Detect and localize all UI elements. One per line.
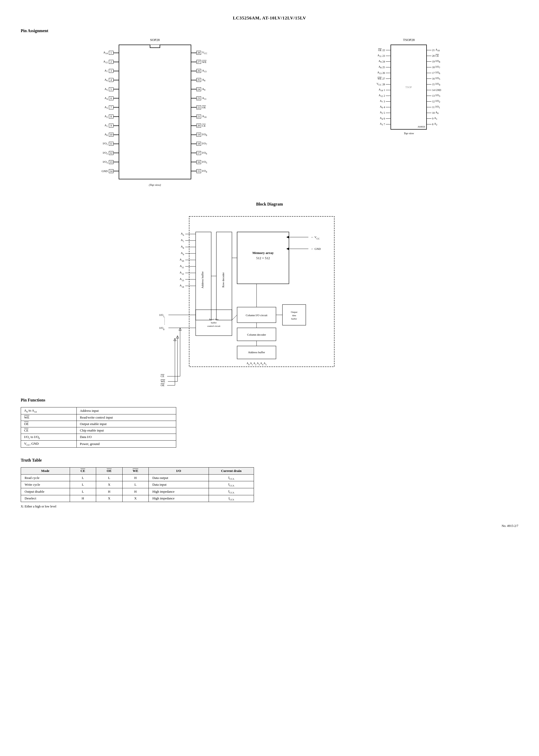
io-outdis: High impedance: [149, 488, 209, 495]
col-io: I/O: [149, 467, 209, 474]
tsop-rpin-14: 14 GND: [427, 87, 441, 93]
svg-text:← GND: ← GND: [311, 247, 321, 250]
we-write: L: [122, 481, 149, 488]
sop-pin-22: 22 OE: [191, 104, 220, 111]
oe-outdis: H: [96, 488, 122, 495]
svg-text:buffer: buffer: [211, 321, 217, 324]
sop-pin-15: 15 I/O4: [191, 167, 220, 175]
svg-text:Row decoder: Row decoder: [222, 272, 225, 287]
pin-func-row-1: A0 to A14 Address input: [21, 408, 176, 415]
svg-text:A7: A7: [181, 238, 184, 243]
svg-text:A6: A6: [181, 232, 184, 236]
tsop-pin-21: 21 A10: [427, 47, 440, 53]
tsop-pin-1: A14 1: [379, 87, 390, 93]
mode-desel: Deselect: [21, 495, 70, 502]
col-current: Current drain: [209, 467, 254, 474]
truth-row-read: Read cycle L L H Data output ICCA: [21, 474, 254, 481]
tsop-pin-6: A4 6: [380, 115, 391, 121]
svg-text:A14: A14: [180, 284, 184, 288]
tsop28-top-view: Top view: [404, 132, 414, 135]
sop-pin-24: 24 A9: [191, 85, 220, 93]
sop-pin-19: 19 I/O8: [191, 131, 220, 139]
sop-pin-18: 18 I/O7: [191, 140, 220, 148]
tsop-rpin-10: 10 A0: [427, 110, 439, 115]
pin-func-pin-6: VCC, GND: [21, 441, 77, 448]
sop-pin-1: A14 1: [93, 49, 119, 57]
sop-pin-16: 16 I/O5: [191, 158, 220, 166]
sop-pin-5: A5 5: [93, 85, 119, 93]
truth-table-footnote: X: Either a high or low level: [21, 504, 518, 508]
truth-row-desel: Deselect H X X High impedance ICCS: [21, 495, 254, 502]
tsop-pin-5: A5 5: [380, 110, 391, 115]
block-diagram-svg: Address buffer Row decoder Memory array …: [158, 211, 381, 388]
pin-func-row-5: I/O1 to I/O8 Data I/O: [21, 434, 176, 441]
sop-pin-10: A0 10: [93, 131, 119, 139]
tsop-rpin-18: 18 I/O7: [427, 64, 440, 70]
pin-func-pin-1: A0 to A14: [21, 408, 77, 415]
tsop-pin-23: A11 23: [378, 53, 391, 58]
truth-row-outdis: Output disable L H H High impedance ICCA: [21, 488, 254, 495]
sop-pin-9: A1 9: [93, 122, 119, 129]
tsop-rpin-8: 8 A2: [427, 121, 437, 127]
sop-pin-17: 17 I/O6: [191, 149, 220, 157]
svg-marker-12: [286, 248, 289, 250]
current-write: ICCA: [209, 481, 254, 488]
tsop-pin-4: A6 4: [380, 104, 391, 110]
sop28-chip-body: [119, 44, 191, 179]
pin-assignment-title: Pin Assignment: [21, 29, 518, 33]
block-diagram-title: Block Diagram: [21, 202, 518, 206]
tsop-pin-24: A9 24: [379, 58, 391, 64]
io-read: Data output: [149, 474, 209, 481]
sop-pin-25: 25 A8: [191, 76, 220, 84]
we-desel: X: [122, 495, 149, 502]
sop28-right-pins: 28 VCC 27 WE 26 A13 25: [191, 44, 220, 179]
svg-text:512 × 512: 512 × 512: [256, 256, 270, 260]
svg-text:OE: OE: [161, 384, 165, 387]
sop-pin-13: I/O3 13: [93, 158, 119, 166]
svg-text:← VCC: ← VCC: [311, 236, 320, 240]
svg-text:Input data: Input data: [209, 318, 218, 321]
tsop28-chip-body: A04926 TSOP: [391, 44, 427, 129]
tsop-rpin-11: 11 I/O1: [427, 104, 440, 110]
truth-row-write: Write cycle L X L Data input ICCA: [21, 481, 254, 488]
oe-read: L: [96, 474, 122, 481]
tsop-rpin-13: 13 I/O3: [427, 93, 440, 99]
mode-read: Read cycle: [21, 474, 70, 481]
pin-functions-col: Pin Functions A0 to A14 Address input WE…: [21, 398, 176, 458]
tsop-pin-25: A8 25: [379, 64, 391, 70]
sop-pin-27: 27 WE: [191, 58, 220, 66]
tsop28-label: TSOP28: [403, 38, 415, 42]
svg-text:data: data: [292, 314, 296, 317]
svg-text:Address buffer: Address buffer: [248, 351, 265, 354]
svg-text:A11: A11: [180, 265, 184, 269]
truth-table-section: Truth Table Mode CE OE WE I/O Current dr…: [21, 458, 518, 508]
tsop-rpin-9: 9 A1: [427, 115, 437, 121]
col-we: WE: [122, 467, 149, 474]
pin-assignment-section: Pin Assignment SOP28 A14 1 A12 2: [21, 29, 518, 186]
svg-marker-9: [286, 236, 289, 238]
svg-text:control circuit: control circuit: [207, 325, 220, 327]
sop28-diagram: SOP28 A14 1 A12 2 A7 3: [93, 38, 217, 186]
pin-func-row-6: VCC, GND Power, ground: [21, 441, 176, 448]
current-desel: ICCS: [209, 495, 254, 502]
tsop28-diagram: TSOP28 OE 22 A11 23 A9: [371, 38, 446, 135]
block-diagram-container: Address buffer Row decoder Memory array …: [21, 211, 518, 388]
lower-section: Pin Functions A0 to A14 Address input WE…: [21, 398, 518, 458]
io-write: Data input: [149, 481, 209, 488]
pin-func-pin-4: CE: [21, 427, 77, 434]
we-outdis: H: [122, 488, 149, 495]
sop-pin-6: A4 6: [93, 94, 119, 102]
pin-func-pin-3: OE: [21, 420, 77, 427]
svg-text:Output: Output: [291, 311, 297, 313]
sop-pin-11: I/O1 11: [93, 140, 119, 148]
sop-pin-28: 28 VCC: [191, 49, 220, 57]
truth-table-header: Mode CE OE WE I/O Current drain: [21, 467, 254, 474]
svg-text:A9: A9: [181, 252, 184, 256]
pin-func-row-4: CE Chip enable input: [21, 427, 176, 434]
truth-table: Mode CE OE WE I/O Current drain Read cyc…: [21, 467, 254, 502]
block-diagram-section: Block Diagram Address buffer Row decoder…: [21, 202, 518, 388]
tsop-rpin-15: 15 I/O4: [427, 81, 440, 87]
col-mode: Mode: [21, 467, 70, 474]
pin-func-desc-3: Output enable input: [77, 420, 176, 427]
tsop-pin-7: A3 7: [380, 121, 391, 127]
